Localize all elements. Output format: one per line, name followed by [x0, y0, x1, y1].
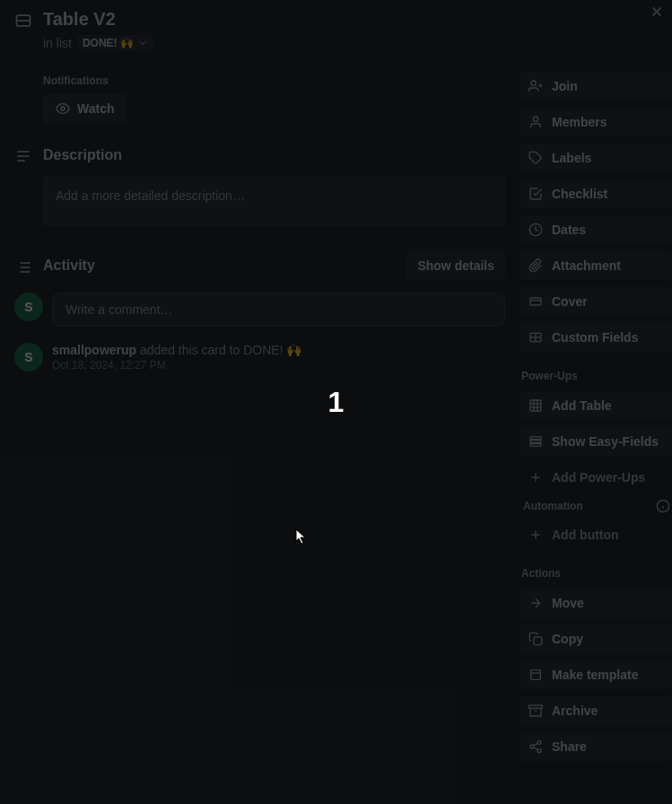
cursor-icon — [295, 529, 308, 545]
chevron-down-icon — [137, 38, 148, 48]
archive-icon — [528, 704, 543, 718]
svg-line-48 — [534, 743, 538, 746]
custom-fields-button[interactable]: Custom Fields — [519, 323, 672, 352]
activity-user[interactable]: smallpowerup — [52, 343, 136, 357]
checklist-button[interactable]: Checklist — [519, 179, 672, 208]
join-label: Join — [552, 79, 578, 93]
move-label: Move — [552, 596, 584, 610]
show-details-button[interactable]: Show details — [406, 251, 505, 280]
attachment-button[interactable]: Attachment — [519, 251, 672, 280]
plus-icon — [528, 528, 543, 542]
title-row: Table V2 — [14, 9, 505, 30]
svg-line-47 — [534, 747, 538, 750]
automation-heading: Automation — [521, 500, 585, 512]
eye-icon — [56, 101, 70, 116]
user-icon — [528, 115, 543, 129]
svg-point-44 — [537, 740, 541, 744]
automation-heading-row: Automation — [519, 499, 672, 513]
list-indicator: in list DONE! 🙌 — [43, 35, 505, 51]
template-icon — [528, 668, 543, 682]
add-powerups-button[interactable]: Add Power-Ups — [519, 463, 672, 492]
svg-point-12 — [531, 81, 536, 85]
labels-button[interactable]: Labels — [519, 144, 672, 172]
description-title: Description — [43, 147, 505, 163]
list-chip[interactable]: DONE! 🙌 — [77, 35, 153, 51]
attachment-label: Attachment — [552, 258, 621, 273]
activity-text: smallpowerup added this card to DONE! 🙌 — [52, 343, 301, 357]
notifications-label: Notifications — [43, 74, 505, 87]
table-icon — [528, 398, 543, 413]
dates-label: Dates — [552, 223, 586, 237]
clock-icon — [528, 223, 543, 237]
description-icon — [14, 147, 32, 165]
make-template-button[interactable]: Make template — [519, 660, 672, 689]
svg-rect-23 — [530, 400, 541, 411]
add-table-button[interactable]: Add Table — [519, 391, 672, 420]
avatar[interactable]: S — [14, 343, 43, 371]
plus-icon — [528, 470, 543, 485]
activity-header: Activity Show details — [14, 251, 505, 280]
check-square-icon — [528, 187, 543, 201]
sidebar: Join Members Labels Checklist Dates Atta… — [519, 0, 672, 804]
join-button[interactable]: Join — [519, 72, 672, 100]
members-label: Members — [552, 115, 607, 129]
main-column: Table V2 in list DONE! 🙌 Notifications W… — [0, 0, 519, 804]
archive-button[interactable]: Archive — [519, 696, 672, 725]
svg-rect-39 — [534, 637, 542, 645]
activity-action: added this card to DONE! 🙌 — [140, 343, 301, 357]
copy-label: Copy — [552, 632, 583, 646]
custom-fields-label: Custom Fields — [552, 330, 638, 345]
share-label: Share — [552, 739, 587, 754]
watch-button[interactable]: Watch — [43, 94, 127, 123]
card-icon — [14, 12, 32, 30]
arrow-right-icon — [528, 596, 543, 610]
activity-entry: S smallpowerup added this card to DONE! … — [14, 343, 505, 371]
share-icon — [528, 739, 543, 754]
comment-input[interactable]: Write a comment… — [52, 293, 505, 327]
comment-compose-row: S Write a comment… — [14, 293, 505, 327]
svg-rect-42 — [529, 705, 543, 708]
in-list-label: in list — [43, 36, 72, 50]
close-icon — [649, 4, 665, 20]
overlay-number: 1 — [328, 386, 345, 419]
make-template-label: Make template — [552, 668, 638, 682]
add-powerups-label: Add Power-Ups — [552, 470, 645, 485]
list-name: DONE! 🙌 — [83, 37, 134, 49]
share-button[interactable]: Share — [519, 732, 672, 761]
svg-point-46 — [537, 749, 541, 753]
labels-label: Labels — [552, 151, 591, 165]
paperclip-icon — [528, 258, 543, 273]
svg-rect-30 — [530, 444, 541, 447]
user-plus-icon — [528, 79, 543, 93]
copy-icon — [528, 632, 543, 646]
svg-point-45 — [530, 745, 534, 748]
powerups-heading: Power-Ups — [519, 370, 672, 382]
dates-button[interactable]: Dates — [519, 215, 672, 244]
tag-icon — [528, 151, 543, 165]
activity-icon — [14, 258, 32, 276]
svg-rect-29 — [530, 441, 541, 443]
description-header: Description — [14, 144, 505, 165]
svg-rect-18 — [530, 298, 541, 305]
copy-button[interactable]: Copy — [519, 625, 672, 653]
move-button[interactable]: Move — [519, 589, 672, 617]
svg-point-2 — [61, 107, 65, 110]
cover-button[interactable]: Cover — [519, 287, 672, 316]
show-easy-fields-label: Show Easy-Fields — [552, 434, 659, 449]
cover-label: Cover — [552, 294, 588, 309]
info-icon[interactable] — [656, 499, 670, 513]
add-button-label: Add button — [552, 528, 619, 542]
add-button-button[interactable]: Add button — [519, 520, 672, 549]
card-title[interactable]: Table V2 — [43, 9, 116, 30]
card-icon — [528, 294, 543, 309]
show-easy-fields-button[interactable]: Show Easy-Fields — [519, 427, 672, 456]
svg-rect-28 — [530, 437, 541, 440]
easy-fields-icon — [528, 434, 543, 449]
description-input[interactable]: Add a more detailed description… — [43, 176, 505, 226]
avatar[interactable]: S — [14, 293, 43, 321]
close-button[interactable] — [645, 0, 668, 23]
members-button[interactable]: Members — [519, 108, 672, 136]
actions-heading: Actions — [519, 567, 672, 580]
activity-timestamp[interactable]: Oct 18, 2024, 12:27 PM — [52, 359, 301, 371]
svg-rect-40 — [531, 670, 541, 680]
